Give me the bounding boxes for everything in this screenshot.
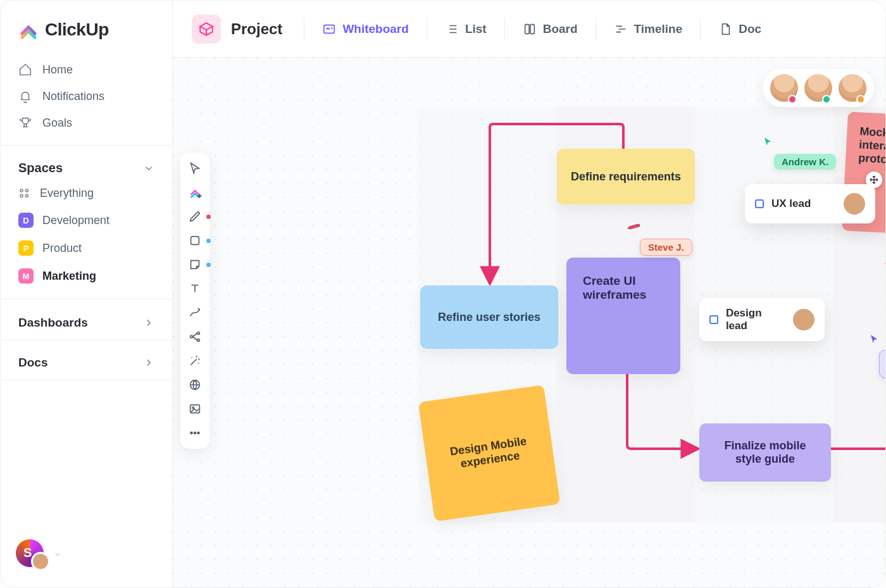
presence-avatar[interactable] xyxy=(804,74,832,102)
shape-tool[interactable] xyxy=(188,234,202,247)
web-tool[interactable] xyxy=(188,378,202,392)
user-avatar: S xyxy=(16,539,46,570)
spaces-title: Spaces xyxy=(18,161,63,175)
nav-notifications[interactable]: Notifications xyxy=(9,83,163,109)
svg-point-15 xyxy=(190,432,192,434)
view-label: Timeline xyxy=(634,22,683,36)
sticky-tool[interactable] xyxy=(188,258,202,272)
note-text: Refine user stories xyxy=(438,311,540,324)
space-badge: M xyxy=(18,268,34,284)
note-finalize-style-guide[interactable]: Finalize mobile style guide xyxy=(699,423,831,482)
view-label: List xyxy=(465,22,487,36)
whiteboard-canvas[interactable]: + Define requirements Refine user storie… xyxy=(173,58,885,587)
view-doc[interactable]: Doc xyxy=(709,17,770,41)
trophy-icon xyxy=(18,116,32,130)
clickup-logo-icon xyxy=(18,20,39,40)
svg-point-9 xyxy=(190,335,193,338)
user-menu[interactable]: S xyxy=(1,527,172,587)
card-text: Design lead xyxy=(726,307,785,332)
brand-logo[interactable]: ClickUp xyxy=(1,1,172,53)
svg-point-0 xyxy=(20,189,23,191)
bell-icon xyxy=(18,89,32,103)
view-whiteboard[interactable]: Whiteboard xyxy=(313,17,418,41)
assignee-avatar xyxy=(793,309,814,330)
primary-nav: Home Notifications Goals xyxy=(1,53,172,140)
space-marketing[interactable]: M Marketing xyxy=(1,262,172,290)
everything-label: Everything xyxy=(40,187,94,200)
pen-tool[interactable] xyxy=(188,210,202,223)
project-icon-box[interactable] xyxy=(192,15,221,44)
presence-avatar[interactable] xyxy=(770,74,798,102)
more-tool[interactable] xyxy=(188,426,202,440)
view-label: Whiteboard xyxy=(342,22,409,36)
note-text: Design Mobile experience xyxy=(437,433,541,473)
cursor-label-steve: Steve J. xyxy=(640,239,692,256)
space-badge: P xyxy=(18,241,34,256)
svg-point-10 xyxy=(197,332,200,335)
note-design-mobile[interactable]: Design Mobile experience xyxy=(418,385,560,522)
card-ux-lead[interactable]: UX lead xyxy=(745,184,875,223)
sidebar: ClickUp Home Notifications Goals Spaces … xyxy=(1,1,173,587)
svg-point-11 xyxy=(197,339,200,342)
view-label: Doc xyxy=(739,22,761,36)
text-tool[interactable] xyxy=(188,282,202,296)
svg-point-3 xyxy=(25,194,28,197)
cursor-label-nikita: Nikita Q. xyxy=(879,350,885,378)
mindmap-tool[interactable] xyxy=(188,330,202,344)
note-refine-user-stories[interactable]: Refine user stories xyxy=(420,285,558,349)
topbar: Project Whiteboard List Board Timeline xyxy=(173,1,885,58)
note-create-wireframes[interactable]: Create UI wireframes xyxy=(566,258,680,374)
cursor-nikita-icon xyxy=(869,334,880,345)
nav-home[interactable]: Home xyxy=(9,56,163,83)
user-initial: S xyxy=(23,546,32,560)
main: Project Whiteboard List Board Timeline xyxy=(173,1,885,587)
cursor-label-andrew: Andrew K. xyxy=(774,154,836,170)
svg-point-2 xyxy=(20,194,23,197)
task-checkbox[interactable] xyxy=(709,315,718,324)
nav-goals[interactable]: Goals xyxy=(9,109,163,136)
dashboards-row[interactable]: Dashboards xyxy=(1,304,172,335)
everything-icon xyxy=(18,187,31,200)
card-text: UX lead xyxy=(771,197,811,210)
space-product[interactable]: P Product xyxy=(1,234,172,262)
whiteboard-toolbar: + xyxy=(180,153,209,449)
view-label: Board xyxy=(543,22,578,36)
card-design-lead[interactable]: Design lead xyxy=(699,298,825,341)
cursor-andrew-icon xyxy=(763,136,774,147)
spaces-header[interactable]: Spaces xyxy=(1,151,172,180)
task-checkbox[interactable] xyxy=(755,199,764,208)
note-text: Finalize mobile style guide xyxy=(712,439,818,466)
chevron-right-icon xyxy=(143,317,154,328)
space-development[interactable]: D Development xyxy=(1,206,172,234)
presence-avatars[interactable] xyxy=(763,69,874,107)
connector-tool[interactable] xyxy=(188,306,202,320)
svg-point-1 xyxy=(25,189,28,191)
cursor-steve-icon xyxy=(625,217,644,236)
assignee-avatar xyxy=(844,193,865,215)
space-label: Marketing xyxy=(42,270,96,283)
cursor-label-text: Andrew K. xyxy=(782,156,828,167)
magic-tool[interactable] xyxy=(188,354,202,368)
view-timeline[interactable]: Timeline xyxy=(605,17,692,41)
presence-avatar[interactable] xyxy=(839,74,866,102)
list-icon xyxy=(445,22,459,36)
image-tool[interactable] xyxy=(188,402,202,416)
note-define-requirements[interactable]: Define requirements xyxy=(557,149,695,204)
note-text: Define requirements xyxy=(571,170,681,184)
svg-point-16 xyxy=(194,432,196,434)
nav-label: Notifications xyxy=(42,90,104,103)
project-title: Project xyxy=(231,20,282,38)
docs-row[interactable]: Docs xyxy=(1,346,172,375)
note-text: Mock-up interactive prototype xyxy=(858,125,885,169)
sidebar-everything[interactable]: Everything xyxy=(1,180,172,206)
nav-label: Goals xyxy=(42,116,72,130)
cube-icon xyxy=(198,21,215,37)
svg-point-17 xyxy=(197,432,199,434)
chevron-down-icon xyxy=(143,163,154,174)
clickup-tool[interactable]: + xyxy=(188,185,202,199)
view-list[interactable]: List xyxy=(436,17,496,41)
select-tool[interactable] xyxy=(188,161,202,175)
view-board[interactable]: Board xyxy=(514,17,587,41)
chevron-down-icon xyxy=(54,551,61,558)
nav-label: Home xyxy=(42,63,73,77)
